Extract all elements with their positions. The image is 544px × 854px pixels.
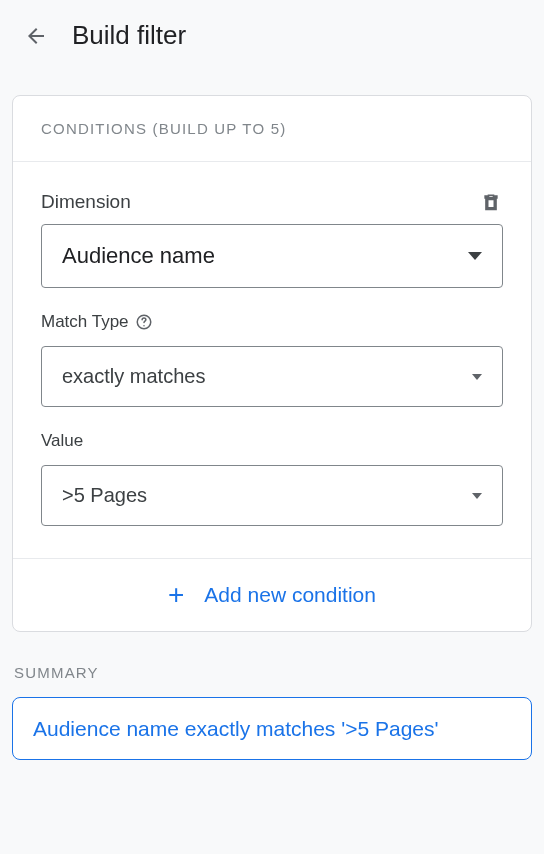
summary-card[interactable]: Audience name exactly matches '>5 Pages' — [12, 697, 532, 760]
conditions-card: CONDITIONS (BUILD UP TO 5) Dimension Aud… — [12, 95, 532, 632]
page-title: Build filter — [72, 20, 186, 51]
match-type-value: exactly matches — [62, 365, 205, 388]
chevron-down-icon — [468, 252, 482, 260]
plus-icon: + — [168, 581, 184, 609]
delete-condition-button[interactable] — [479, 190, 503, 214]
dimension-select[interactable]: Audience name — [41, 224, 503, 288]
match-type-label: Match Type — [41, 312, 129, 332]
value-label: Value — [41, 431, 503, 451]
dimension-value: Audience name — [62, 243, 215, 269]
dimension-label: Dimension — [41, 191, 131, 213]
match-type-help-button[interactable] — [135, 313, 153, 331]
match-type-label-row: Match Type — [41, 312, 503, 332]
back-arrow-button[interactable] — [24, 24, 48, 48]
chevron-down-icon — [472, 374, 482, 380]
add-condition-button[interactable]: + Add new condition — [13, 558, 531, 631]
value-select[interactable]: >5 Pages — [41, 465, 503, 526]
conditions-header: CONDITIONS (BUILD UP TO 5) — [13, 96, 531, 162]
value-field-value: >5 Pages — [62, 484, 147, 507]
arrow-left-icon — [24, 24, 48, 48]
help-circle-icon — [135, 313, 153, 331]
dimension-field-group: Dimension Audience name — [41, 190, 503, 288]
add-condition-label: Add new condition — [204, 583, 376, 607]
chevron-down-icon — [472, 493, 482, 499]
conditions-title: CONDITIONS (BUILD UP TO 5) — [41, 120, 503, 137]
dimension-field-header: Dimension — [41, 190, 503, 214]
summary-title: SUMMARY — [12, 664, 532, 681]
trash-icon — [481, 191, 501, 213]
conditions-body: Dimension Audience name Match Type — [13, 162, 531, 558]
match-type-select[interactable]: exactly matches — [41, 346, 503, 407]
summary-section: SUMMARY Audience name exactly matches '>… — [0, 656, 544, 768]
match-type-field-group: Match Type exactly matches — [41, 312, 503, 407]
app-header: Build filter — [0, 0, 544, 71]
value-field-group: Value >5 Pages — [41, 431, 503, 526]
summary-text: Audience name exactly matches '>5 Pages' — [33, 714, 511, 743]
